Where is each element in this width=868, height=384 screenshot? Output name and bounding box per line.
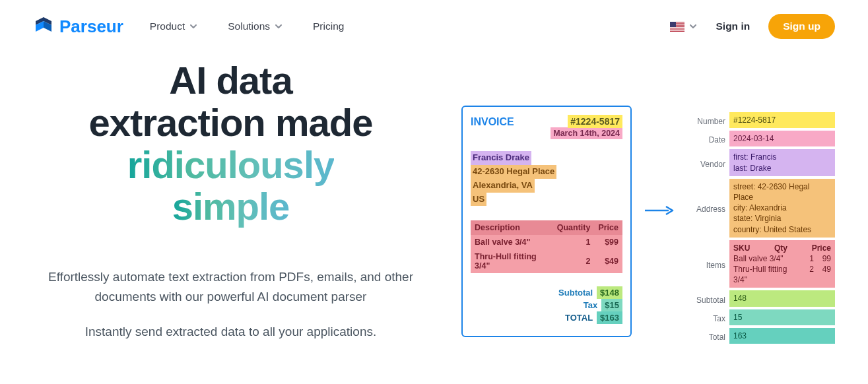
ex-items-row: Ball valve 3/4" 1 99: [733, 253, 831, 264]
ex-items-head-sku: SKU: [733, 243, 750, 253]
ex-number-label: Number: [686, 114, 725, 126]
ex-items-row: Thru-Hull fitting 3/4" 2 49: [733, 264, 831, 285]
hero-title-line: extraction made: [89, 101, 373, 144]
nav-items: Product Solutions Pricing: [150, 20, 345, 32]
ex-vendor-value: first: Francis last: Drake: [729, 149, 835, 176]
extracted-fields: Number #1224-5817 Date 2024-03-14 Vendor…: [686, 112, 835, 344]
svg-rect-7: [670, 22, 676, 27]
inv-tax-label: Tax: [584, 300, 597, 310]
invoice-date: March 14th, 2024: [551, 127, 622, 139]
inv-tax-value: $15: [601, 299, 622, 311]
table-row: Ball valve 3/4" 1 $99: [471, 235, 622, 249]
hero-subtext-2: Instantly send extracted data to all you…: [33, 322, 428, 341]
svg-rect-6: [670, 30, 684, 30]
nav-solutions[interactable]: Solutions: [228, 20, 283, 32]
ex-item-qty: 2: [802, 264, 814, 285]
invoice-addr-line: 42-2630 Hegal Place: [471, 165, 556, 179]
ex-items-value: SKU Qty Price Ball valve 3/4" 1 99 Thru-…: [729, 240, 835, 288]
ex-addr-country: country: United States: [733, 224, 831, 235]
ex-date-label: Date: [686, 133, 725, 144]
inv-cell: 1: [553, 235, 595, 249]
invoice-id: #1224-5817: [568, 115, 622, 128]
invoice-line-items: Description Quantity Price Ball valve 3/…: [471, 220, 622, 273]
ex-subtotal-value: 148: [729, 290, 835, 306]
nav-pricing[interactable]: Pricing: [313, 20, 344, 32]
ex-addr-state: state: Virginia: [733, 213, 831, 224]
ex-items-label: Items: [686, 258, 725, 270]
ex-addr-city: city: Alexandria: [733, 203, 831, 213]
hero: AI data extraction made ridiculously sim…: [0, 59, 868, 344]
ex-subtotal-label: Subtotal: [686, 293, 725, 305]
invoice-title: INVOICE: [471, 116, 514, 128]
chevron-down-icon: [274, 22, 283, 31]
ex-item-sku: Thru-Hull fitting 3/4": [733, 264, 802, 285]
ex-item-qty: 1: [802, 253, 814, 264]
arrow-right-icon: [638, 205, 679, 216]
signup-button[interactable]: Sign up: [768, 14, 835, 39]
inv-cell: 2: [553, 249, 595, 273]
inv-cell: $49: [594, 249, 622, 273]
hero-subtext: Effortlessly automate text extraction fr…: [33, 267, 428, 306]
logo-icon: [33, 16, 54, 37]
ex-items-head-price: Price: [812, 243, 831, 253]
ex-item-sku: Ball valve 3/4": [733, 253, 802, 264]
inv-subtotal-label: Subtotal: [558, 288, 593, 298]
inv-total-value: $163: [597, 311, 622, 324]
language-selector[interactable]: [670, 22, 698, 32]
invoice-address: Francis Drake 42-2630 Hegal Place Alexan…: [471, 151, 556, 206]
svg-rect-4: [670, 27, 684, 28]
ex-addr-street: street: 42-2630 Hegal Place: [733, 181, 831, 203]
inv-th-desc: Description: [471, 220, 553, 235]
ex-tax-label: Tax: [686, 311, 725, 323]
ex-total-value: 163: [729, 328, 835, 344]
ex-vendor-first: first: Francis: [733, 152, 831, 162]
inv-th-price: Price: [594, 220, 622, 235]
signin-link[interactable]: Sign in: [716, 20, 751, 32]
ex-vendor-last: last: Drake: [733, 163, 831, 174]
logo[interactable]: Parseur: [33, 16, 123, 37]
top-nav: Parseur Product Solutions Pricing Sign i…: [0, 0, 868, 53]
hero-illustration: INVOICE #1224-5817 March 14th, 2024 Fran…: [428, 59, 835, 344]
hero-title: AI data extraction made ridiculously sim…: [33, 59, 428, 228]
invoice-addr-name: Francis Drake: [471, 151, 531, 165]
chevron-down-icon: [189, 22, 198, 31]
invoice-totals: Subtotal$148 Tax$15 TOTAL$163: [471, 286, 622, 324]
logo-text: Parseur: [59, 16, 123, 37]
ex-items-head-qty: Qty: [774, 243, 787, 253]
inv-cell: Ball valve 3/4": [471, 235, 553, 249]
nav-label: Pricing: [313, 20, 344, 32]
ex-total-label: Total: [686, 330, 725, 342]
inv-subtotal-value: $148: [597, 286, 622, 299]
invoice-addr-line: US: [471, 193, 486, 207]
nav-label: Product: [150, 20, 185, 32]
invoice-addr-line: Alexandria, VA: [471, 179, 535, 193]
ex-address-value: street: 42-2630 Hegal Place city: Alexan…: [729, 179, 835, 238]
inv-cell: $99: [594, 235, 622, 249]
hero-title-line: AI data: [169, 59, 292, 102]
hero-title-line-gradient: ridiculously: [127, 143, 335, 186]
svg-rect-5: [670, 28, 684, 29]
inv-th-qty: Quantity: [553, 220, 595, 235]
hero-left: AI data extraction made ridiculously sim…: [33, 59, 428, 344]
ex-vendor-label: Vendor: [686, 157, 725, 169]
ex-item-price: 99: [814, 253, 831, 264]
chevron-down-icon: [688, 22, 698, 31]
nav-product[interactable]: Product: [150, 20, 198, 32]
ex-item-price: 49: [814, 264, 831, 285]
inv-total-label: TOTAL: [565, 313, 593, 323]
ex-tax-value: 15: [729, 309, 835, 325]
hero-title-line-gradient: simple: [172, 185, 290, 228]
ex-number-value: #1224-5817: [729, 112, 835, 128]
invoice-card: INVOICE #1224-5817 March 14th, 2024 Fran…: [461, 106, 632, 337]
flag-us-icon: [670, 22, 684, 32]
right-nav: Sign in Sign up: [670, 14, 836, 39]
ex-date-value: 2024-03-14: [729, 131, 835, 146]
nav-label: Solutions: [228, 20, 270, 32]
ex-address-label: Address: [686, 202, 725, 214]
table-row: Thru-Hull fitting 3/4" 2 $49: [471, 249, 622, 273]
inv-cell: Thru-Hull fitting 3/4": [471, 249, 553, 273]
